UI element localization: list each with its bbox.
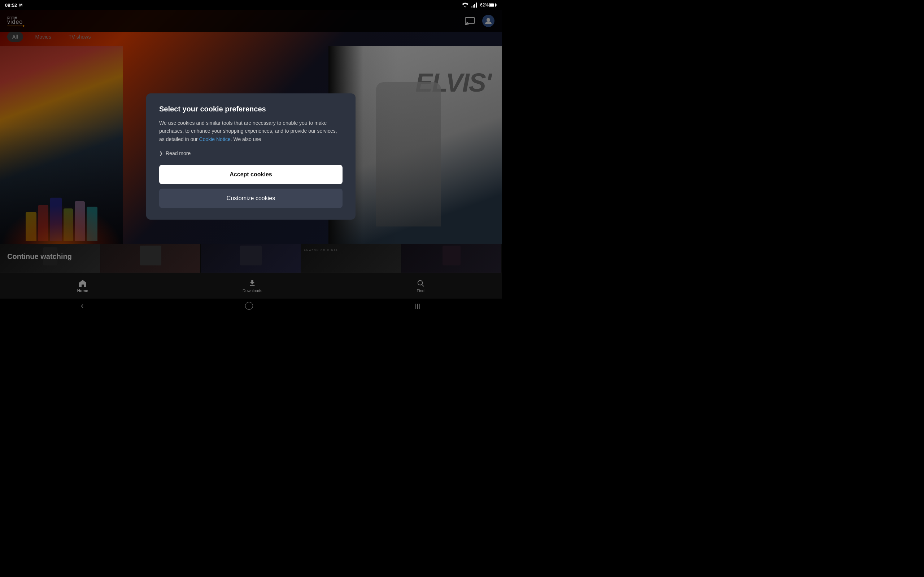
chevron-icon: ❯ — [159, 151, 163, 156]
cookie-dialog-body: We use cookies and similar tools that ar… — [159, 119, 342, 143]
read-more-toggle[interactable]: ❯ Read more — [159, 150, 342, 156]
time-display: 08:52 — [5, 3, 17, 8]
svg-rect-0 — [472, 6, 472, 8]
wifi-icon — [462, 3, 468, 8]
svg-rect-1 — [473, 5, 474, 8]
signal-icon — [472, 3, 477, 8]
svg-rect-3 — [476, 3, 477, 8]
battery-icon — [489, 3, 497, 7]
carrier-icon: M — [19, 3, 23, 7]
customize-cookies-button[interactable]: Customize cookies — [159, 189, 342, 208]
status-time-area: 08:52 M — [5, 3, 23, 8]
status-icons-area: 62% — [462, 3, 497, 8]
cookie-dialog-title: Select your cookie preferences — [159, 105, 342, 113]
accept-cookies-button[interactable]: Accept cookies — [159, 165, 342, 184]
cookie-notice-link[interactable]: Cookie Notice — [199, 136, 231, 142]
battery-display: 62% — [480, 3, 497, 8]
svg-rect-2 — [474, 4, 475, 8]
status-bar: 08:52 M 62% — [0, 0, 502, 10]
svg-rect-5 — [496, 4, 497, 6]
cookie-dialog: Select your cookie preferences We use co… — [146, 93, 355, 220]
read-more-label: Read more — [166, 150, 191, 156]
svg-rect-6 — [490, 3, 494, 7]
